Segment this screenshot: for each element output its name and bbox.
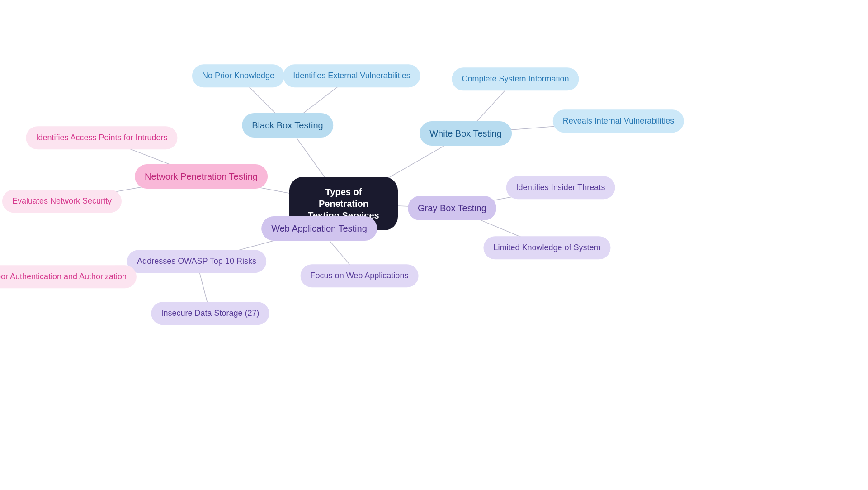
node-limited-knowledge[interactable]: Limited Knowledge of System: [483, 236, 610, 259]
node-identifies-insider[interactable]: Identifies Insider Threats: [506, 176, 615, 199]
connections-svg: [0, 0, 868, 490]
node-identifies-external[interactable]: Identifies External Vulnerabilities: [283, 64, 420, 87]
node-black-box[interactable]: Black Box Testing: [242, 113, 333, 138]
node-focus-web[interactable]: Focus on Web Applications: [301, 264, 419, 287]
node-gray-box[interactable]: Gray Box Testing: [408, 196, 496, 220]
node-reveals-internal[interactable]: Reveals Internal Vulnerabilities: [553, 109, 684, 133]
node-addresses-owasp[interactable]: Addresses OWASP Top 10 Risks: [127, 250, 266, 273]
mindmap-container: Types of Penetration Testing ServicesNet…: [0, 0, 868, 490]
node-complete-system[interactable]: Complete System Information: [452, 67, 579, 90]
node-white-box[interactable]: White Box Testing: [420, 121, 512, 146]
node-evaluates-network[interactable]: Evaluates Network Security: [2, 190, 122, 213]
node-insecure-data[interactable]: Insecure Data Storage (27): [151, 302, 269, 325]
node-identifies-access[interactable]: Identifies Access Points for Intruders: [26, 126, 177, 149]
node-no-prior[interactable]: No Prior Knowledge: [192, 64, 284, 87]
node-web-app[interactable]: Web Application Testing: [261, 216, 377, 241]
node-network-pen[interactable]: Network Penetration Testing: [135, 164, 268, 189]
node-poor-auth[interactable]: Poor Authentication and Authorization: [0, 265, 137, 288]
